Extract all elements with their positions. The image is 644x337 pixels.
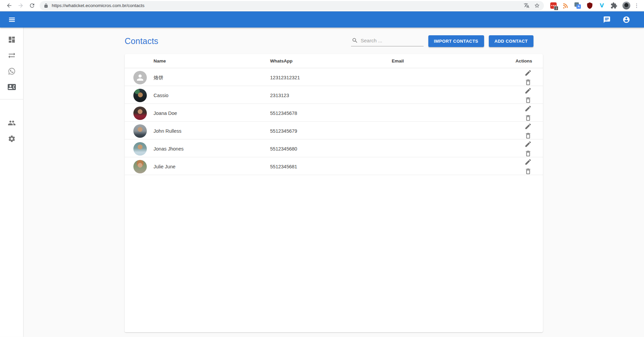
table-row: 烙饼 12312312321 (125, 68, 543, 86)
contact-whatsapp: 12312312321 (270, 75, 392, 80)
browser-toolbar: 3 A V ⋮ (0, 0, 644, 11)
lock-icon (44, 3, 48, 8)
search-icon (352, 37, 358, 44)
red-extension-icon[interactable]: 3 (550, 2, 557, 9)
table-row: Julie June 5512345681 (125, 157, 543, 175)
app-bar (0, 11, 644, 28)
gtranslate-extension-icon[interactable]: A (574, 2, 581, 9)
kebab-menu-icon[interactable]: ⋮ (634, 2, 639, 9)
reload-button[interactable] (28, 1, 36, 10)
sidebar-item-tickets[interactable] (4, 63, 20, 79)
contact-name: Cassio (154, 93, 270, 98)
sidebar (0, 28, 24, 337)
edit-icon (524, 87, 532, 94)
sidebar-item-settings[interactable] (4, 131, 20, 146)
address-bar[interactable] (40, 1, 544, 10)
table-row: Jonas Jhones 5512345680 (125, 139, 543, 157)
delete-contact-button[interactable] (523, 131, 533, 140)
dashboard-icon (8, 36, 16, 44)
table-row: Joana Doe 5512345678 (125, 104, 543, 122)
ublock-shield-icon[interactable] (586, 2, 593, 9)
edit-contact-button[interactable] (523, 86, 533, 95)
whatsapp-icon (8, 67, 16, 75)
delete-contact-button[interactable] (523, 95, 533, 105)
contact-avatar (133, 89, 147, 102)
delete-icon (524, 132, 532, 139)
table-row: John Rulless 5512345679 (125, 122, 543, 139)
import-contacts-button[interactable]: IMPORT CONTACTS (428, 35, 484, 47)
table-row: Cassio 2313123 (125, 86, 543, 104)
sidebar-item-dashboard[interactable] (4, 32, 20, 47)
account-menu-button[interactable] (618, 12, 634, 27)
contact-whatsapp: 5512345678 (270, 111, 392, 116)
search-field (351, 36, 424, 46)
contact-name: Jonas Jhones (154, 146, 270, 152)
contact-name: Joana Doe (154, 111, 270, 116)
edit-icon (524, 158, 532, 166)
header-name: Name (154, 58, 270, 64)
sidebar-item-contacts[interactable] (4, 79, 20, 95)
contact-whatsapp: 2313123 (270, 93, 392, 98)
back-button[interactable] (5, 1, 13, 10)
edit-contact-button[interactable] (523, 68, 533, 78)
users-icon (8, 119, 16, 127)
forward-icon (17, 2, 24, 9)
delete-icon (524, 114, 532, 122)
delete-icon (524, 168, 532, 175)
header-actions: Actions (514, 58, 543, 64)
account-circle-icon (622, 16, 630, 24)
extensions-strip: 3 A V (550, 2, 617, 9)
contact-avatar (133, 142, 147, 156)
reload-icon (29, 2, 35, 9)
delete-contact-button[interactable] (523, 78, 533, 87)
contact-avatar (133, 71, 147, 84)
sidebar-item-connections[interactable] (4, 47, 20, 63)
sidebar-divider (0, 99, 24, 99)
edit-icon (524, 123, 532, 130)
profile-avatar[interactable] (622, 1, 631, 10)
vimeo-icon[interactable]: V (598, 2, 605, 9)
page-title: Contacts (125, 36, 158, 46)
contact-avatar (133, 124, 147, 138)
delete-icon (524, 150, 532, 157)
translate-icon[interactable] (524, 3, 529, 8)
connections-swap-icon (8, 51, 16, 59)
edit-contact-button[interactable] (523, 104, 533, 113)
announcements-button[interactable] (599, 12, 614, 27)
edit-icon (524, 69, 532, 77)
sidebar-item-users[interactable] (4, 115, 20, 131)
settings-gear-icon (8, 135, 16, 143)
content-area: Contacts IMPORT CONTACTS ADD CONTACT Nam… (24, 28, 644, 337)
contact-whatsapp: 5512345680 (270, 146, 392, 152)
header-email: Email (392, 58, 514, 64)
delete-contact-button[interactable] (523, 167, 533, 176)
menu-icon (8, 16, 16, 24)
table-header-row: Name WhatsApp Email Actions (125, 54, 543, 68)
url-input[interactable] (52, 3, 521, 8)
contact-name: John Rulless (154, 128, 270, 134)
contact-name: Julie June (154, 164, 270, 169)
contact-name: 烙饼 (154, 75, 270, 81)
rss-icon[interactable] (562, 2, 569, 9)
add-contact-button[interactable]: ADD CONTACT (489, 35, 533, 47)
extension-badge: 3 (554, 6, 558, 10)
edit-icon (524, 105, 532, 112)
back-icon (6, 2, 12, 9)
edit-contact-button[interactable] (523, 157, 533, 167)
forward-button[interactable] (16, 1, 25, 10)
contacts-phone-icon (8, 83, 16, 91)
edit-contact-button[interactable] (523, 122, 533, 131)
contacts-table: Name WhatsApp Email Actions 烙饼 123123123… (125, 54, 543, 332)
contact-whatsapp: 5512345679 (270, 128, 392, 134)
star-icon[interactable] (534, 3, 540, 8)
search-input[interactable] (361, 38, 423, 43)
menu-button[interactable] (4, 12, 19, 27)
edit-contact-button[interactable] (523, 139, 533, 149)
delete-contact-button[interactable] (523, 149, 533, 158)
delete-contact-button[interactable] (523, 113, 533, 123)
edit-icon (524, 140, 532, 148)
contact-avatar (133, 107, 147, 120)
chat-icon (603, 16, 611, 24)
delete-icon (524, 79, 532, 86)
puzzle-extension-icon[interactable] (610, 2, 617, 9)
